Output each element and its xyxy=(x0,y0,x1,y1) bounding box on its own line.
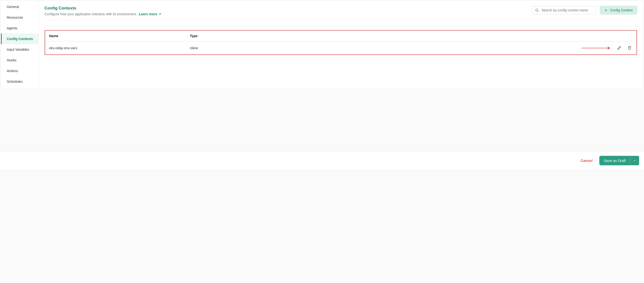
config-context-table: Name Type eks-rafay-env-vars Inline xyxy=(44,26,637,56)
header-left: Config Contexts Configure how your appli… xyxy=(44,6,162,16)
cell-type: Inline xyxy=(190,46,582,50)
trash-icon xyxy=(628,46,632,50)
sidebar-item-schedules[interactable]: Schedules xyxy=(1,76,38,87)
pencil-icon xyxy=(617,46,621,50)
cancel-button[interactable]: Cancel xyxy=(580,159,592,163)
sidebar-item-general[interactable]: General xyxy=(1,1,38,12)
main-content: Config Contexts Configure how your appli… xyxy=(38,1,643,88)
save-split-button: Save as Draft xyxy=(599,156,639,165)
app-container: General Resources Agents Config Contexts… xyxy=(1,1,643,89)
arrow-annotation xyxy=(582,47,610,49)
header-right: Config Context xyxy=(532,6,637,14)
page-title: Config Contexts xyxy=(44,6,162,11)
sidebar-item-config-contexts[interactable]: Config Contexts xyxy=(1,33,38,44)
add-button-label: Config Context xyxy=(610,8,632,12)
sidebar-item-input-variables[interactable]: Input Variables xyxy=(1,44,38,55)
search-wrap[interactable] xyxy=(532,6,596,14)
row-actions xyxy=(582,45,632,51)
table-row: eks-rafay-env-vars Inline xyxy=(45,41,636,54)
sidebar-item-agents[interactable]: Agents xyxy=(1,23,38,33)
add-config-context-button[interactable]: Config Context xyxy=(600,6,637,14)
svg-point-0 xyxy=(536,9,538,11)
sidebar-item-hooks[interactable]: Hooks xyxy=(1,55,38,65)
svg-line-1 xyxy=(538,11,538,12)
col-header-name: Name xyxy=(49,34,190,38)
subtitle-text: Configure how your application interacts… xyxy=(44,12,137,16)
cell-name: eks-rafay-env-vars xyxy=(49,46,190,50)
search-input[interactable] xyxy=(541,8,593,12)
sidebar-item-actions[interactable]: Actions xyxy=(1,65,38,76)
delete-button[interactable] xyxy=(626,45,632,51)
header-divider xyxy=(44,20,637,21)
save-as-draft-button[interactable]: Save as Draft xyxy=(599,156,630,165)
search-icon xyxy=(535,8,539,12)
plus-icon xyxy=(604,9,608,12)
highlighted-annotation: Name Type eks-rafay-env-vars Inline xyxy=(45,30,637,55)
learn-more-label: Learn more xyxy=(139,12,157,16)
sidebar-item-resources[interactable]: Resources xyxy=(1,12,38,23)
header-row: Config Contexts Configure how your appli… xyxy=(44,6,637,16)
edit-button[interactable] xyxy=(616,45,622,51)
col-header-type: Type xyxy=(190,34,632,38)
save-dropdown-button[interactable] xyxy=(630,156,639,165)
sidebar: General Resources Agents Config Contexts… xyxy=(1,1,38,88)
external-link-icon xyxy=(158,13,162,16)
caret-down-icon xyxy=(633,159,636,162)
footer-bar: Cancel Save as Draft xyxy=(0,152,644,169)
learn-more-link[interactable]: Learn more xyxy=(139,12,161,16)
table-header: Name Type xyxy=(45,30,636,41)
page-subtitle: Configure how your application interacts… xyxy=(44,12,162,16)
